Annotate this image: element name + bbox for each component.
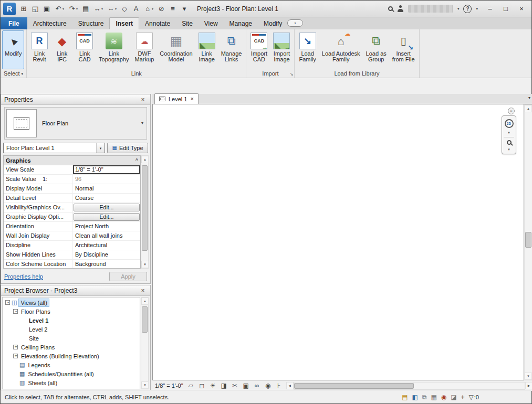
- zoom-dropdown-icon[interactable]: ▾: [508, 147, 510, 151]
- tree-expander-icon[interactable]: [13, 345, 18, 349]
- panel-label-select[interactable]: Select ▾: [1, 69, 26, 78]
- tab-annotate[interactable]: Annotate: [139, 17, 176, 29]
- properties-help-link[interactable]: Properties help: [4, 273, 43, 280]
- link-topography-button[interactable]: ≋ LinkTopography: [96, 30, 132, 69]
- tab-view[interactable]: View: [199, 17, 224, 29]
- insert-from-file-button[interactable]: ▯ Insertfrom File: [390, 30, 418, 69]
- minimize-button[interactable]: –: [482, 2, 498, 16]
- crop-view-icon[interactable]: ✂: [231, 382, 239, 389]
- tree-item[interactable]: Level 2: [3, 325, 140, 334]
- scroll-down-icon[interactable]: ▼: [141, 381, 149, 389]
- type-selector[interactable]: Floor Plan ▾: [4, 107, 147, 140]
- tree-item[interactable]: ▤ Legends: [3, 360, 140, 369]
- property-value[interactable]: Edit...: [73, 203, 140, 212]
- canvas-vertical-scrollbar[interactable]: ▲ ▼: [524, 104, 532, 380]
- apply-button[interactable]: Apply: [109, 272, 147, 281]
- scrollbar-thumb[interactable]: [142, 165, 148, 251]
- file-button[interactable]: ⊞ ▾: [18, 4, 29, 13]
- select-by-face-toggle-icon[interactable]: ◪: [451, 394, 456, 400]
- scroll-up-icon[interactable]: ▲: [525, 105, 532, 112]
- scrollbar-thumb[interactable]: [294, 383, 414, 389]
- tree-item[interactable]: Elevations (Building Elevation): [3, 352, 140, 360]
- properties-header[interactable]: Properties ×: [1, 94, 150, 105]
- tree-expander-icon[interactable]: [13, 354, 18, 358]
- scrollbar-thumb[interactable]: [142, 306, 148, 333]
- scrollbar-thumb[interactable]: [525, 232, 531, 248]
- tab-architecture[interactable]: Architecture: [27, 17, 72, 29]
- save-button[interactable]: ▣ ▾: [41, 4, 52, 13]
- property-value[interactable]: Coarse: [73, 194, 140, 203]
- scroll-up-icon[interactable]: ▲: [141, 156, 149, 163]
- tab-modify[interactable]: Modify: [258, 17, 288, 29]
- edit-type-button[interactable]: ▦ Edit Type: [107, 143, 148, 153]
- import-cad-button[interactable]: CAD ImportCAD: [248, 30, 270, 69]
- project-browser-header[interactable]: Project Browser - Project3 ×: [1, 285, 150, 296]
- reveal-hidden-elements-icon[interactable]: ◉: [264, 382, 272, 389]
- drawing-canvas[interactable]: × 2D ▾ ▾: [152, 104, 524, 380]
- zoom-icon[interactable]: [507, 140, 512, 145]
- select-pinned-toggle-icon[interactable]: ◉: [441, 394, 446, 400]
- graphics-section-header[interactable]: Graphics ^: [4, 156, 140, 165]
- print-button[interactable]: ▤ ▾: [80, 4, 91, 13]
- select-links-toggle-icon[interactable]: ⧉: [422, 394, 427, 400]
- sign-in-icon[interactable]: [397, 5, 404, 12]
- view-tab-list-icon[interactable]: ▾: [528, 96, 530, 100]
- nav-close-icon[interactable]: ×: [508, 108, 515, 114]
- property-value[interactable]: Architectural: [73, 241, 140, 250]
- open-button[interactable]: ◱ ▾: [30, 4, 40, 13]
- reveal-constraints-icon[interactable]: ⊦: [275, 382, 283, 389]
- select-underlay-toggle-icon[interactable]: ▦: [431, 394, 436, 400]
- browser-close-icon[interactable]: ×: [139, 286, 147, 295]
- modify-button[interactable]: ▲ Modify: [2, 30, 24, 69]
- wheel-dropdown-icon[interactable]: ▾: [508, 131, 510, 134]
- coordination-model-button[interactable]: ▦ CoordinationModel: [157, 30, 195, 69]
- link-ifc-button[interactable]: ◆ LinkIFC: [51, 30, 73, 69]
- properties-close-icon[interactable]: ×: [139, 95, 147, 104]
- tree-expander-icon[interactable]: [5, 300, 10, 305]
- scroll-down-icon[interactable]: ▼: [525, 373, 532, 380]
- property-value[interactable]: 1/8" = 1'-0": [73, 165, 140, 174]
- load-autodesk-family-button[interactable]: ⌂ Load AutodeskFamily: [319, 30, 363, 69]
- section-collapse-icon[interactable]: ^: [135, 158, 138, 163]
- property-value[interactable]: 96: [73, 175, 140, 184]
- account-dropdown-icon[interactable]: ▾: [457, 7, 460, 10]
- tab-site[interactable]: Site: [176, 17, 199, 29]
- maximize-button[interactable]: □: [498, 2, 514, 16]
- aligned-dimension-button[interactable]: ⇔ ▾: [106, 4, 118, 13]
- type-selector-dropdown-icon[interactable]: ▾: [141, 121, 143, 125]
- panel-launcher-icon[interactable]: ↘: [290, 72, 294, 77]
- ribbon-display-toggle[interactable]: ▾: [287, 19, 303, 27]
- property-value[interactable]: Clean all wall joins: [73, 231, 140, 240]
- instance-selector-combo[interactable]: Floor Plan: Level 1 ▾: [3, 143, 105, 153]
- detail-level-icon[interactable]: ▱: [187, 382, 195, 389]
- scrollbar-track[interactable]: [141, 305, 148, 381]
- tab-structure[interactable]: Structure: [72, 17, 110, 29]
- redo-button[interactable]: ↷ ▾: [67, 4, 79, 13]
- tree-item[interactable]: ▦ Schedules/Quantities (all): [3, 369, 140, 378]
- default-3d-view-button[interactable]: ⌂ ▾: [142, 4, 155, 13]
- instance-dropdown-icon[interactable]: ▾: [96, 143, 105, 153]
- text-button[interactable]: A ▾: [131, 4, 141, 13]
- tree-expander-icon[interactable]: [13, 309, 18, 314]
- tab-file[interactable]: File: [1, 17, 27, 29]
- tag-by-category-button[interactable]: ◇ ▾: [119, 4, 130, 13]
- scroll-up-icon[interactable]: ▲: [141, 297, 149, 305]
- shadows-icon[interactable]: ◨: [220, 382, 228, 389]
- viewtab-close-icon[interactable]: ×: [190, 96, 193, 102]
- scrollbar-track[interactable]: [294, 382, 525, 390]
- design-options-icon[interactable]: ◧: [412, 394, 418, 400]
- press-drag-toggle-icon[interactable]: +: [461, 394, 465, 400]
- link-image-button[interactable]: ◣ LinkImage: [196, 30, 218, 69]
- customize-quick-access-button[interactable]: ▾ ▾: [179, 4, 190, 13]
- import-image-button[interactable]: ◣ ImportImage: [270, 30, 293, 69]
- help-dropdown-icon[interactable]: ▾: [476, 7, 478, 10]
- search-icon[interactable]: [388, 6, 393, 11]
- link-cad-button[interactable]: CAD LinkCAD: [74, 30, 96, 69]
- thin-lines-button[interactable]: ≡ ▾: [168, 4, 178, 13]
- property-value[interactable]: Background: [73, 260, 140, 269]
- property-value[interactable]: Edit...: [73, 212, 140, 221]
- tree-item[interactable]: Site: [3, 334, 140, 343]
- view-scale-button[interactable]: 1/8" = 1'-0": [155, 382, 183, 389]
- link-revit-button[interactable]: R LinkRevit: [28, 30, 50, 69]
- sun-path-icon[interactable]: ☀: [209, 382, 217, 389]
